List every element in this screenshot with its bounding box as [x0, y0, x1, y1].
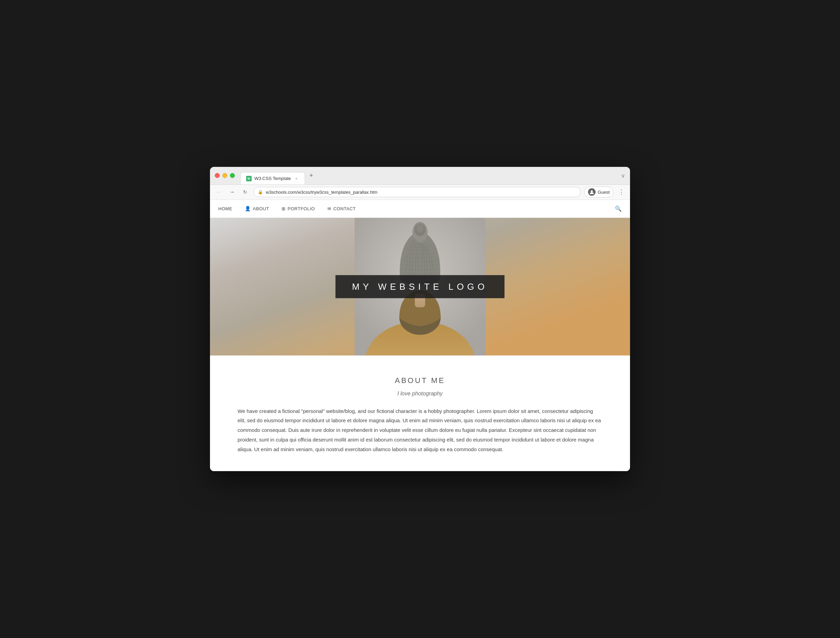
person-icon: 👤 [245, 206, 251, 211]
hero-section: MY WEBSITE LOGO [210, 218, 630, 355]
nav-portfolio-label: PORTFOLIO [288, 206, 315, 211]
about-title: ABOUT ME [237, 376, 603, 385]
envelope-icon: ✉ [327, 206, 332, 211]
grid-icon: ⊞ [282, 206, 286, 211]
title-bar: w W3.CSS Template × + ∨ [210, 167, 630, 185]
tab-title: W3.CSS Template [255, 176, 291, 181]
reload-button[interactable]: ↻ [240, 187, 250, 197]
tab-favicon: w [246, 176, 252, 182]
browser-menu-button[interactable]: ⋮ [617, 188, 626, 196]
nav-home[interactable]: HOME [218, 206, 239, 211]
forward-button[interactable]: → [227, 187, 237, 197]
close-button[interactable] [215, 173, 220, 178]
nav-contact[interactable]: ✉ CONTACT [321, 206, 362, 211]
nav-about-label: ABOUT [253, 206, 269, 211]
nav-about[interactable]: 👤 ABOUT [239, 206, 275, 211]
about-body-text: We have created a fictional "personal" w… [237, 406, 603, 454]
svg-point-8 [416, 224, 424, 232]
about-subtitle: I love photography [237, 390, 603, 397]
active-tab[interactable]: w W3.CSS Template × [240, 172, 305, 185]
fullscreen-button[interactable] [230, 173, 235, 178]
hero-logo-box: MY WEBSITE LOGO [335, 275, 505, 298]
url-text: w3schools.com/w3css/tryw3css_templates_p… [266, 190, 377, 195]
minimize-button[interactable] [222, 173, 227, 178]
site-content: HOME 👤 ABOUT ⊞ PORTFOLIO ✉ CONTACT 🔍 [210, 200, 630, 471]
address-bar: ← → ↻ 🔒 w3schools.com/w3css/tryw3css_tem… [210, 185, 630, 200]
tab-close-button[interactable]: × [294, 176, 299, 182]
profile-label: Guest [598, 190, 610, 195]
nav-contact-label: CONTACT [333, 206, 356, 211]
nav-home-label: HOME [218, 206, 233, 211]
traffic-lights [215, 173, 235, 178]
svg-point-0 [591, 190, 593, 193]
lock-icon: 🔒 [258, 190, 263, 194]
about-section: ABOUT ME I love photography We have crea… [210, 355, 630, 471]
tab-bar: w W3.CSS Template × + [240, 169, 621, 182]
back-button[interactable]: ← [214, 187, 224, 197]
nav-portfolio[interactable]: ⊞ PORTFOLIO [275, 206, 321, 211]
search-icon[interactable]: 🔍 [615, 205, 622, 212]
site-nav: HOME 👤 ABOUT ⊞ PORTFOLIO ✉ CONTACT 🔍 [210, 200, 630, 218]
hero-logo-text: MY WEBSITE LOGO [352, 281, 488, 292]
url-bar[interactable]: 🔒 w3schools.com/w3css/tryw3css_templates… [253, 187, 581, 197]
new-tab-button[interactable]: + [306, 171, 316, 180]
profile-button[interactable]: Guest [584, 186, 614, 197]
profile-icon [588, 188, 596, 196]
mac-window: w W3.CSS Template × + ∨ ← → ↻ 🔒 w3school… [210, 167, 630, 471]
window-expand-button[interactable]: ∨ [621, 172, 625, 179]
